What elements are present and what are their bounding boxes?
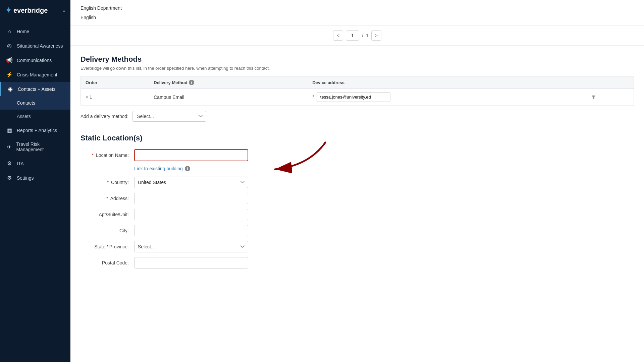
delivery-methods-table: Order Delivery Method i Device address: [80, 76, 634, 106]
crisis-management-icon: ⚡: [6, 71, 13, 78]
link-existing-building-link[interactable]: Link to existing building i: [134, 166, 190, 171]
home-icon: ⌂: [6, 28, 13, 35]
drag-handle-icon[interactable]: ≡: [86, 95, 88, 100]
actions-column-header: [586, 76, 634, 89]
location-name-input-wrapper: [134, 149, 248, 161]
state-select[interactable]: Select...: [134, 241, 248, 252]
sidebar-item-contacts[interactable]: Contacts: [0, 96, 70, 110]
sidebar-item-label: Situational Awareness: [17, 43, 63, 49]
sidebar-item-label: Reports + Analytics: [17, 128, 57, 133]
sidebar-item-label: Travel Risk Management: [16, 141, 65, 152]
next-page-button[interactable]: >: [371, 31, 381, 41]
static-locations-title: Static Location(s): [80, 134, 634, 142]
sidebar-item-label: Home: [17, 29, 29, 34]
city-input[interactable]: [134, 225, 248, 236]
page-separator: /: [362, 33, 363, 38]
delivery-method-info-icon: i: [189, 80, 194, 85]
postal-code-label: Postal Code:: [80, 260, 134, 265]
address-input[interactable]: [134, 193, 248, 204]
settings-icon: ⚙: [6, 175, 13, 181]
sidebar-item-label: Settings: [17, 175, 34, 181]
required-star: *: [92, 153, 94, 158]
ita-icon: ⚙: [6, 160, 13, 167]
total-pages: 1: [366, 33, 369, 38]
add-delivery-label: Add a delivery method:: [80, 114, 128, 119]
list-item: English Department: [80, 3, 634, 13]
city-label: City:: [80, 228, 134, 233]
page-number-input[interactable]: [346, 31, 359, 41]
sidebar-item-crisis-management[interactable]: ⚡ Crisis Management: [0, 67, 70, 82]
sidebar: ✦ everbridge « ⌂ Home ◎ Situational Awar…: [0, 0, 70, 362]
country-select[interactable]: United States: [134, 177, 248, 188]
device-address-cell: *: [308, 89, 586, 106]
sidebar-item-situational-awareness[interactable]: ◎ Situational Awareness: [0, 39, 70, 53]
sidebar-item-ita[interactable]: ⚙ ITA: [0, 156, 70, 171]
reports-analytics-icon: ▦: [6, 127, 13, 133]
add-delivery-method-select[interactable]: Select...: [132, 111, 206, 122]
link-existing-building-row: Link to existing building i: [134, 166, 634, 171]
table-row: ≡ 1 Campus Email * 🗑: [81, 89, 634, 106]
location-form: * Location Name:: [80, 149, 634, 268]
delete-cell: 🗑: [586, 89, 634, 106]
sidebar-item-label: Communications: [17, 58, 52, 63]
list-item: English: [80, 13, 634, 22]
sidebar-item-assets[interactable]: Assets: [0, 110, 70, 123]
sidebar-item-label: ITA: [17, 161, 24, 166]
location-name-input[interactable]: [134, 149, 248, 161]
location-name-label: * Location Name:: [80, 153, 134, 158]
apt-row: Apt/Suite/Unit:: [80, 209, 634, 220]
static-locations-section: Static Location(s) * Location Name:: [80, 134, 634, 268]
state-label: State / Province:: [80, 244, 134, 249]
city-row: City:: [80, 225, 634, 236]
country-row: * Country: United States: [80, 177, 634, 188]
country-label: * Country:: [80, 180, 134, 185]
delivery-methods-title: Delivery Methods: [80, 55, 634, 64]
main-content: English Department English < / 1 > Deliv…: [70, 0, 644, 362]
address-row: * Address:: [80, 193, 634, 204]
situational-awareness-icon: ◎: [6, 43, 13, 49]
sidebar-nav: ⌂ Home ◎ Situational Awareness 📢 Communi…: [0, 21, 70, 362]
postal-code-row: Postal Code:: [80, 257, 634, 268]
logo-icon: ✦: [5, 6, 11, 15]
order-column-header: Order: [81, 76, 149, 89]
method-cell: Campus Email: [149, 89, 308, 106]
pagination: < / 1 >: [70, 26, 644, 46]
delete-delivery-method-button[interactable]: 🗑: [591, 94, 596, 100]
travel-risk-icon: ✈: [6, 144, 12, 150]
prev-page-button[interactable]: <: [333, 31, 343, 41]
link-info-icon: i: [185, 166, 190, 171]
apt-label: Apt/Suite/Unit:: [80, 212, 134, 217]
sidebar-item-communications[interactable]: 📢 Communications: [0, 53, 70, 67]
sidebar-item-label: Assets: [17, 114, 31, 119]
sidebar-logo: ✦ everbridge «: [0, 0, 70, 21]
sidebar-item-label: Contacts: [17, 100, 35, 106]
sidebar-item-home[interactable]: ⌂ Home: [0, 24, 70, 39]
content-area: Delivery Methods Everbridge will go down…: [70, 55, 644, 287]
communications-icon: 📢: [6, 57, 13, 63]
sidebar-item-reports-analytics[interactable]: ▦ Reports + Analytics: [0, 123, 70, 137]
location-name-row: * Location Name:: [80, 149, 634, 161]
state-row: State / Province: Select...: [80, 241, 634, 252]
contacts-assets-icon: ◉: [7, 86, 14, 92]
add-delivery-method-row: Add a delivery method: Select...: [80, 111, 634, 122]
sidebar-item-label: Crisis Management: [17, 72, 57, 77]
top-list: English Department English: [70, 0, 644, 26]
sidebar-item-settings[interactable]: ⚙ Settings: [0, 171, 70, 185]
delivery-method-column-header: Delivery Method i: [149, 76, 308, 89]
device-address-column-header: Device address: [308, 76, 586, 89]
apt-input[interactable]: [134, 209, 248, 220]
address-label: * Address:: [80, 196, 134, 201]
required-indicator: *: [312, 94, 314, 100]
device-address-input[interactable]: [317, 92, 390, 102]
logo[interactable]: ✦ everbridge: [5, 6, 48, 15]
postal-code-input[interactable]: [134, 257, 248, 268]
sidebar-item-travel-risk[interactable]: ✈ Travel Risk Management: [0, 137, 70, 156]
collapse-button[interactable]: «: [62, 8, 65, 13]
sidebar-item-label: Contacts + Assets: [18, 86, 55, 92]
sidebar-item-contacts-assets[interactable]: ◉ Contacts + Assets: [0, 82, 70, 96]
order-cell: ≡ 1: [81, 89, 149, 106]
delivery-methods-desc: Everbridge will go down this list, in th…: [80, 66, 634, 71]
